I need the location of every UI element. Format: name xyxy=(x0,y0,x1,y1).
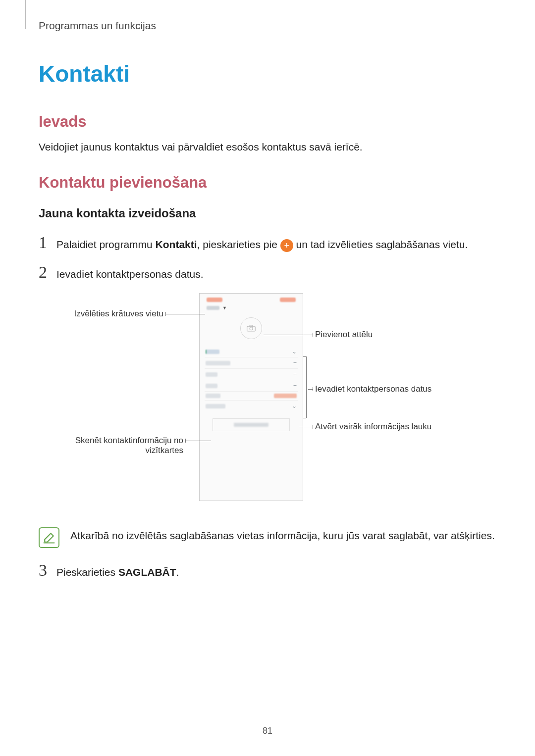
plus-icon: + xyxy=(293,382,297,389)
step-3-pre: Pieskarieties xyxy=(56,566,118,578)
storage-selector: ▼ xyxy=(200,304,303,312)
group-field xyxy=(205,392,298,400)
callout-add-image: Pievienot attēlu xyxy=(315,330,373,340)
callout-scan-card: Skenēt kontaktinformāciju no vizītkartes xyxy=(59,436,183,455)
intro-text: Veidojiet jaunus kontaktus vai pārvaldie… xyxy=(39,140,496,154)
step-3-text: Pieskarieties SAGLABĀT. xyxy=(56,562,179,579)
chevron-down-icon: ⌄ xyxy=(292,348,297,355)
step-3-save-label: SAGLABĀT xyxy=(118,566,176,578)
step-1-mid: , pieskarieties pie xyxy=(197,239,280,250)
plus-icon: + xyxy=(280,239,293,252)
step-3: 3 Pieskarieties SAGLABĀT. xyxy=(39,562,496,579)
more-fields-row: ⌄ xyxy=(205,401,298,411)
scan-business-card-button xyxy=(213,418,290,431)
chevron-down-icon: ⌄ xyxy=(292,403,297,409)
page-title: Kontakti xyxy=(39,60,496,87)
contact-form-figure: ▼ ⌄ + + + ⌄ Izvēlēties krātuves vietu xyxy=(59,293,476,513)
chapter-header: Programmas un funkcijas xyxy=(39,20,496,32)
step-1-post: un tad izvēlieties saglabāšanas vietu. xyxy=(293,239,468,250)
intro-heading: Ievads xyxy=(39,113,496,131)
step-1-text: Palaidiet programmu Kontakti, pieskariet… xyxy=(56,234,468,252)
name-field: ⌄ xyxy=(205,346,298,357)
org-field: + xyxy=(205,357,298,368)
step-2: 2 Ievadiet kontaktpersonas datus. xyxy=(39,264,496,281)
step-2-text: Ievadiet kontaktpersonas datus. xyxy=(56,264,204,281)
chevron-down-icon: ▼ xyxy=(222,305,227,310)
plus-icon: + xyxy=(293,371,297,378)
note: Atkarībā no izvēlētās saglabāšanas vieta… xyxy=(39,527,496,548)
cancel-button-blur xyxy=(207,298,222,302)
email-field: + xyxy=(205,380,298,391)
storage-label-blur xyxy=(207,306,219,310)
callout-open-more: Atvērt vairāk informācijas lauku xyxy=(315,422,431,432)
phone-topbar xyxy=(200,294,303,304)
callout-enter-data: Ievadiet kontaktpersonas datus xyxy=(315,384,431,394)
page-number: 81 xyxy=(0,726,535,736)
step-1-pre: Palaidiet programmu xyxy=(56,239,156,250)
callout-storage: Izvēlēties krātuves vietu xyxy=(59,309,163,319)
group-value-blur xyxy=(274,394,297,398)
svg-rect-2 xyxy=(250,325,253,327)
svg-point-1 xyxy=(250,327,253,330)
note-text: Atkarībā no izvēlētās saglabāšanas vieta… xyxy=(70,527,495,548)
step-1: 1 Palaidiet programmu Kontakti, pieskari… xyxy=(39,234,496,252)
add-contacts-heading: Kontaktu pievienošana xyxy=(39,174,496,192)
edge-mark xyxy=(25,0,26,29)
note-pencil-icon xyxy=(42,531,56,545)
step-1-app-name: Kontakti xyxy=(156,239,197,250)
step-number: 2 xyxy=(39,264,56,281)
create-contact-subheading: Jauna kontakta izveidošana xyxy=(39,206,496,220)
callout-scan-card-l2: vizītkartes xyxy=(145,446,183,455)
phone-screenshot: ▼ ⌄ + + + ⌄ xyxy=(199,293,303,501)
note-icon xyxy=(39,527,59,548)
step-number: 1 xyxy=(39,234,56,251)
plus-icon: + xyxy=(293,359,297,366)
step-number: 3 xyxy=(39,562,56,579)
callout-scan-card-l1: Skenēt kontaktinformāciju no xyxy=(75,436,183,445)
camera-icon xyxy=(247,325,256,332)
phone-field: + xyxy=(205,369,298,380)
step-3-post: . xyxy=(176,566,179,578)
save-button-blur xyxy=(280,298,296,302)
add-photo-button xyxy=(240,317,262,339)
